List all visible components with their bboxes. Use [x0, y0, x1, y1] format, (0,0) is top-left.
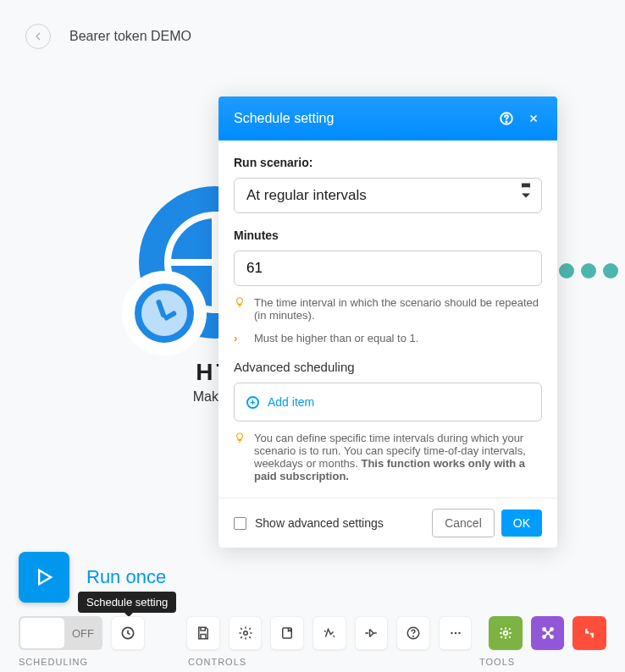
- svg-point-9: [454, 632, 456, 634]
- svg-point-4: [243, 631, 247, 636]
- svg-point-15: [550, 636, 553, 638]
- add-item-label: Add item: [268, 395, 314, 409]
- minutes-label: Minutes: [234, 229, 542, 242]
- schedule-settings-button[interactable]: [111, 616, 145, 650]
- modal-title: Schedule setting: [234, 111, 488, 126]
- save-button[interactable]: [186, 616, 220, 650]
- constraint-text: Must be higher than or equal to 1.: [254, 332, 418, 344]
- more-button[interactable]: [439, 616, 473, 650]
- show-advanced-checkbox[interactable]: [234, 517, 246, 530]
- cancel-button[interactable]: Cancel: [432, 509, 495, 537]
- close-icon[interactable]: [525, 110, 542, 127]
- ok-button[interactable]: OK: [501, 510, 542, 537]
- run-scenario-select[interactable]: At regular intervals: [234, 178, 542, 213]
- add-item-button[interactable]: + Add item: [234, 383, 542, 421]
- interval-hint: The time interval in which the scenario …: [254, 296, 542, 322]
- svg-rect-5: [283, 628, 292, 638]
- svg-point-10: [458, 632, 460, 634]
- explain-flow-button[interactable]: [355, 616, 389, 650]
- svg-point-1: [506, 121, 506, 122]
- tool-purple-button[interactable]: [531, 616, 565, 650]
- bulb-icon: [234, 296, 246, 311]
- chevron-icon: ›: [234, 332, 246, 344]
- section-tools: TOOLS: [479, 657, 606, 667]
- settings-button[interactable]: [229, 616, 263, 650]
- svg-point-7: [413, 636, 414, 636]
- svg-point-8: [451, 632, 452, 634]
- run-label[interactable]: Run once: [86, 566, 166, 588]
- clock-icon: [122, 271, 207, 355]
- advanced-hint: You can define specific time intervals d…: [254, 432, 542, 482]
- run-scenario-label: Run scenario:: [234, 156, 542, 169]
- advanced-scheduling-label: Advanced scheduling: [234, 360, 542, 374]
- schedule-modal: Schedule setting Run scenario: At regula…: [218, 96, 557, 548]
- connection-dots: [559, 263, 618, 278]
- toggle-state: OFF: [72, 627, 94, 640]
- help-icon[interactable]: [498, 110, 515, 127]
- svg-marker-2: [39, 570, 51, 584]
- svg-point-12: [543, 628, 545, 631]
- svg-point-11: [504, 631, 508, 636]
- help-button[interactable]: [396, 616, 430, 650]
- minutes-input[interactable]: [234, 251, 542, 286]
- tool-red-button[interactable]: [572, 616, 606, 650]
- section-controls: CONTROLS: [188, 657, 479, 667]
- plus-icon: +: [246, 396, 259, 409]
- svg-point-14: [543, 636, 545, 638]
- scheduling-toggle[interactable]: OFF: [19, 616, 102, 650]
- bulb-icon: [234, 432, 246, 446]
- auto-align-button[interactable]: [312, 616, 346, 650]
- tool-green-button[interactable]: [489, 616, 523, 650]
- notes-button[interactable]: [270, 616, 304, 650]
- run-button[interactable]: [19, 552, 69, 603]
- section-scheduling: SCHEDULING: [19, 657, 188, 667]
- svg-point-13: [550, 628, 553, 631]
- show-advanced-label: Show advanced settings: [255, 516, 432, 530]
